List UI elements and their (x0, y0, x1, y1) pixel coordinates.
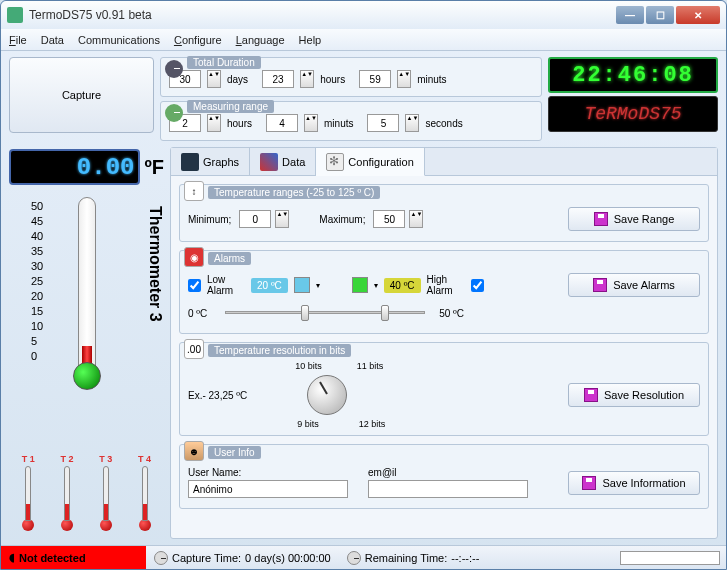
username-input[interactable] (188, 480, 348, 498)
m-sec-input[interactable] (367, 114, 399, 132)
high-alarm-value: 40 ºC (384, 278, 421, 293)
m-min-input[interactable] (266, 114, 298, 132)
config-icon (326, 153, 344, 171)
app-window: TermoDS75 v0.91 beta — ☐ ✕ File Data Com… (0, 0, 727, 570)
alarms-label: Alarms (208, 252, 251, 265)
digital-clock: 22:46:08 (548, 57, 718, 93)
window-title: TermoDS75 v0.91 beta (29, 8, 616, 22)
graphs-icon (181, 153, 199, 171)
days-spinner[interactable]: ▲▼ (207, 70, 221, 88)
low-color-dropdown[interactable]: ▾ (316, 281, 320, 290)
temperature-lcd: 0.00 (9, 149, 140, 185)
menu-file[interactable]: File (9, 34, 27, 46)
menubar: File Data Communications Configure Langu… (1, 29, 726, 51)
max-input[interactable] (373, 210, 405, 228)
clock-icon (347, 551, 361, 565)
low-color-swatch[interactable] (294, 277, 310, 293)
clock-icon (165, 60, 183, 78)
minutes-spinner[interactable]: ▲▼ (397, 70, 411, 88)
high-color-swatch[interactable] (352, 277, 368, 293)
user-icon: ☻ (184, 441, 204, 461)
save-range-button[interactable]: Save Range (568, 207, 700, 231)
minimize-button[interactable]: — (616, 6, 644, 24)
min-input[interactable] (239, 210, 271, 228)
days-label: days (227, 74, 248, 85)
status-detection: ◖ Not detected (1, 546, 146, 569)
clock-icon (165, 104, 183, 122)
alarm-slider[interactable] (225, 303, 425, 323)
username-label: User Name: (188, 467, 344, 478)
total-duration-group: Total Duration ▲▼ days ▲▼ hours ▲▼ minut… (160, 57, 542, 97)
total-duration-label: Total Duration (187, 56, 261, 69)
save-info-button[interactable]: Save Information (568, 471, 700, 495)
measuring-range-group: Measuring range ▲▼ hours ▲▼ minuts ▲▼ se… (160, 101, 542, 141)
high-color-dropdown[interactable]: ▾ (374, 281, 378, 290)
statusbar: ◖ Not detected Capture Time: 0 day(s) 00… (1, 545, 726, 569)
m-hours-label: hours (227, 118, 252, 129)
clock-icon (154, 551, 168, 565)
maximize-button[interactable]: ☐ (646, 6, 674, 24)
status-capture-time: Capture Time: 0 day(s) 00:00:00 (146, 546, 339, 569)
menu-language[interactable]: Language (236, 34, 285, 46)
tab-configuration[interactable]: Configuration (316, 148, 424, 176)
measuring-range-label: Measuring range (187, 100, 274, 113)
close-button[interactable]: ✕ (676, 6, 720, 24)
thermometer-label: Thermometer 3 (146, 206, 164, 322)
hours-spinner[interactable]: ▲▼ (300, 70, 314, 88)
floppy-icon (582, 476, 596, 490)
m-sec-spinner[interactable]: ▲▼ (405, 114, 419, 132)
save-resolution-button[interactable]: Save Resolution (568, 383, 700, 407)
low-alarm-checkbox[interactable] (188, 279, 201, 292)
minutes-input[interactable] (359, 70, 391, 88)
menu-configure[interactable]: Configure (174, 34, 222, 46)
capture-button[interactable]: Capture (9, 57, 154, 133)
mini-thermo-1: T 1 (22, 454, 35, 539)
email-label: em@il (368, 467, 524, 478)
knob-10bits: 10 bits (295, 361, 322, 371)
low-alarm-value: 20 ºC (251, 278, 288, 293)
user-info-group: ☻ User Info User Name: em@il (179, 444, 709, 509)
mini-thermo-3: T 3 (99, 454, 112, 539)
m-min-label: minuts (324, 118, 353, 129)
track-low-label: 0 ºC (188, 308, 207, 319)
max-label: Maximum; (319, 214, 365, 225)
knob-12bits: 12 bits (359, 419, 386, 429)
app-icon (7, 7, 23, 23)
titlebar: TermoDS75 v0.91 beta — ☐ ✕ (1, 1, 726, 29)
slider-high-thumb[interactable] (381, 305, 389, 321)
data-icon (260, 153, 278, 171)
progress-bar (620, 551, 720, 565)
resolution-knob[interactable] (307, 375, 347, 415)
thermometer-main: 50454035302520151050 Thermometer 3 (9, 191, 164, 426)
menu-communications[interactable]: Communications (78, 34, 160, 46)
hours-label: hours (320, 74, 345, 85)
floppy-icon (593, 278, 607, 292)
min-spinner[interactable]: ▲▼ (275, 210, 289, 228)
high-alarm-label: High Alarm (427, 274, 461, 296)
menu-help[interactable]: Help (299, 34, 322, 46)
hours-input[interactable] (262, 70, 294, 88)
menu-data[interactable]: Data (41, 34, 64, 46)
tab-graphs[interactable]: Graphs (171, 148, 250, 175)
temperature-unit: ºF (144, 156, 164, 179)
email-input[interactable] (368, 480, 528, 498)
mini-thermo-2: T 2 (61, 454, 74, 539)
m-min-spinner[interactable]: ▲▼ (304, 114, 318, 132)
temp-ranges-group: ↕ Temperature ranges (-25 to 125 º C) Mi… (179, 184, 709, 242)
floppy-icon (594, 212, 608, 226)
save-alarms-button[interactable]: Save Alarms (568, 273, 700, 297)
alarms-group: ◉ Alarms Low Alarm 20 ºC ▾ ▾ 40 ºC High … (179, 250, 709, 334)
high-alarm-checkbox[interactable] (471, 279, 484, 292)
min-label: Minimum; (188, 214, 231, 225)
resolution-example: Ex.- 23,25 ºC (188, 390, 247, 401)
m-hours-spinner[interactable]: ▲▼ (207, 114, 221, 132)
slider-low-thumb[interactable] (301, 305, 309, 321)
resolution-label: Temperature resolution in bits (208, 344, 351, 357)
logo-display: TeRMoDS75 (548, 96, 718, 132)
max-spinner[interactable]: ▲▼ (409, 210, 423, 228)
resolution-icon: .00 (184, 339, 204, 359)
track-high-label: 50 ºC (439, 308, 464, 319)
range-icon: ↕ (184, 181, 204, 201)
tab-data[interactable]: Data (250, 148, 316, 175)
mini-thermo-4: T 4 (138, 454, 151, 539)
